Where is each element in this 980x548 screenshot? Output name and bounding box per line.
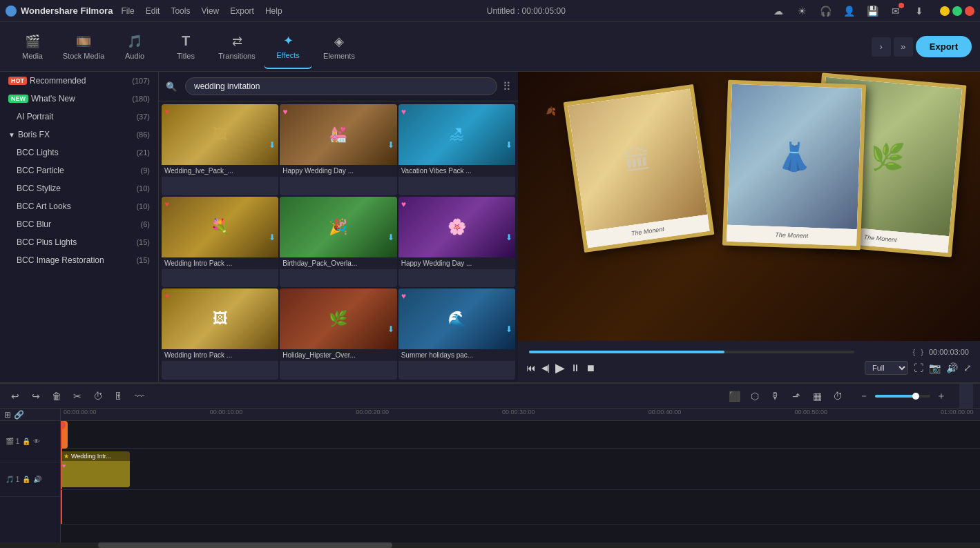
account-icon[interactable]: 👤	[840, 3, 857, 19]
headset-icon[interactable]: 🎧	[817, 3, 834, 19]
delete-button[interactable]: 🗑	[48, 388, 65, 404]
whats-new-label: What's New	[31, 94, 132, 104]
timeline-empty	[61, 525, 980, 542]
redo-button[interactable]: ↪	[28, 388, 44, 404]
volume-button[interactable]: 🔊	[946, 362, 958, 373]
horizontal-scrollbar[interactable]	[0, 542, 980, 548]
screenshot-button[interactable]: 📷	[929, 362, 941, 373]
color-board-button[interactable]: ⬛	[726, 388, 742, 404]
mail-icon[interactable]: ✉	[887, 3, 904, 19]
zoom-out-button[interactable]: －	[856, 388, 872, 404]
zoom-in-button[interactable]: ＋	[933, 388, 950, 404]
effect-item-9[interactable]: ♥ 🌊 ⬇ Summer holidays pac...	[398, 288, 515, 380]
menu-help[interactable]: Help	[265, 6, 282, 16]
minimize-button[interactable]	[940, 6, 950, 16]
auto-caption-button[interactable]: ⬏	[788, 388, 805, 404]
cut-button[interactable]: ✂	[69, 388, 86, 404]
cloud-icon[interactable]: ☁	[770, 3, 787, 19]
effect-item-7[interactable]: ♥ 🖼 Wedding Intro Pack ...	[162, 288, 278, 380]
brightness-icon[interactable]: ☀	[794, 3, 810, 19]
effect-item-2[interactable]: ♥ 💒 ⬇ Happy Wedding Day ...	[280, 104, 396, 195]
effect-label-3: Vacation Vibes Pack ...	[398, 165, 515, 177]
voiceover-button[interactable]: 🎙	[767, 388, 784, 404]
audio-mix-button[interactable]: 🎚	[111, 388, 127, 404]
effect-item-1[interactable]: ♥ 🖼 ⬇ Wedding_Ive_Pack_...	[162, 104, 278, 195]
maximize-button[interactable]	[952, 6, 962, 16]
zoom-select[interactable]: Full 50% 75% 100%	[865, 361, 908, 375]
rewind-button[interactable]: ⏮	[526, 362, 536, 373]
effect-item-4[interactable]: ♥ 💐 ⬇ Wedding Intro Pack ...	[162, 197, 278, 288]
sidebar-item-bcc-blur[interactable]: BCC Blur (6)	[0, 215, 158, 233]
toolbar-stock-media[interactable]: 🎞️ Stock Media	[59, 25, 108, 69]
download-icon[interactable]: ⬇	[911, 3, 928, 19]
menu-file[interactable]: File	[121, 6, 134, 16]
lock-icon-audio[interactable]: 🔒	[22, 476, 30, 483]
download-icon-4[interactable]: ⬇	[269, 233, 276, 242]
sidebar-item-bcc-image-restoration[interactable]: BCC Image Restoration (15)	[0, 251, 158, 269]
download-icon-8[interactable]: ⬇	[387, 324, 394, 334]
sidebar-item-bcc-lights[interactable]: BCC Lights (21)	[0, 144, 158, 162]
link-icon[interactable]: 🔗	[14, 410, 24, 420]
toolbar-elements[interactable]: ◈ Elements	[315, 25, 363, 69]
menu-view[interactable]: View	[201, 6, 219, 16]
history-button[interactable]: ⏱	[90, 388, 106, 404]
progress-bar[interactable]	[529, 351, 854, 353]
video-clip-wedding-intro[interactable]: ★ Wedding Intr... ♥	[61, 451, 130, 487]
sidebar-item-whats-new[interactable]: NEW What's New (180)	[0, 90, 158, 108]
download-icon-5[interactable]: ⬇	[387, 233, 394, 242]
toolbar-audio[interactable]: 🎵 Audio	[111, 25, 159, 69]
download-icon-3[interactable]: ⬇	[506, 140, 512, 150]
download-icon-1[interactable]: ⬇	[269, 140, 276, 150]
search-input[interactable]	[185, 77, 497, 95]
toolbar-media[interactable]: 🎬 Media	[8, 25, 57, 69]
speed-button[interactable]: ⏱	[829, 388, 846, 404]
pause-button[interactable]: ⏸	[570, 362, 580, 373]
menu-edit[interactable]: Edit	[146, 6, 160, 16]
ruler-50: 00:00:50:00	[794, 409, 827, 415]
effect-item-6[interactable]: ♥ 🌸 ⬇ Happy Wedding Day ...	[398, 197, 515, 288]
lock-icon-video[interactable]: 🔒	[22, 438, 30, 445]
scrollbar-thumb[interactable]	[98, 542, 392, 548]
effect-item-5[interactable]: 🎉 ⬇ Birthday_Pack_Overla...	[280, 197, 396, 288]
toolbar-transitions[interactable]: ⇄ Transitions	[213, 25, 261, 69]
sidebar-item-bcc-plus-lights[interactable]: BCC Plus Lights (15)	[0, 233, 158, 251]
download-icon-9[interactable]: ⬇	[506, 324, 512, 334]
eye-icon-video[interactable]: 👁	[33, 438, 40, 445]
mosaic-button[interactable]: ▦	[809, 388, 825, 404]
sidebar-item-boris-fx[interactable]: ▼ Boris FX (86)	[0, 126, 158, 144]
mask-button[interactable]: ⬡	[747, 388, 763, 404]
fullscreen-button[interactable]: ⤢	[963, 362, 972, 373]
recommended-label: Recommended	[30, 76, 132, 86]
menu-tools[interactable]: Tools	[171, 6, 190, 16]
grid-options-icon[interactable]: ⠿	[503, 80, 511, 93]
play-button[interactable]: ▶	[555, 360, 565, 375]
effect-item-3[interactable]: ♥ 🏖 ⬇ Vacation Vibes Pack ...	[398, 104, 515, 195]
effect-item-8[interactable]: 🌿 ⬇ Holiday_Hipster_Over...	[280, 288, 396, 380]
arrow-right-button[interactable]: »	[894, 37, 913, 57]
fit-screen-button[interactable]: ⛶	[914, 362, 923, 373]
arrow-left-button[interactable]: ›	[872, 37, 891, 57]
sidebar-item-bcc-stylize[interactable]: BCC Stylize (10)	[0, 179, 158, 197]
zoom-slider[interactable]	[875, 395, 930, 398]
mute-icon-audio[interactable]: 🔊	[33, 476, 41, 483]
export-button[interactable]: Export	[916, 36, 972, 57]
sidebar-item-bcc-art-looks[interactable]: BCC Art Looks (10)	[0, 197, 158, 215]
waveform-button[interactable]: 〰	[131, 388, 148, 404]
download-icon-2[interactable]: ⬇	[387, 140, 394, 150]
menu-export[interactable]: Export	[230, 6, 254, 16]
toolbar-titles[interactable]: T Titles	[162, 25, 210, 69]
zoom-thumb[interactable]	[912, 393, 919, 400]
close-button[interactable]	[965, 6, 974, 16]
effects-grid: ♥ 🖼 ⬇ Wedding_Ive_Pack_... ♥ 💒 ⬇ Happy W…	[159, 101, 518, 382]
sidebar-item-recommended[interactable]: HOT Recommended (107)	[0, 72, 158, 90]
download-icon-6[interactable]: ⬇	[506, 233, 512, 242]
sidebar-item-bcc-particle[interactable]: BCC Particle (9)	[0, 162, 158, 179]
prev-frame-button[interactable]: ◀|	[541, 363, 550, 373]
stop-button[interactable]: ⏹	[586, 362, 595, 373]
sidebar-item-ai-portrait[interactable]: AI Portrait (37)	[0, 108, 158, 126]
main-content: HOT Recommended (107) NEW What's New (18…	[0, 72, 980, 382]
snap-icon[interactable]: ⊞	[4, 410, 11, 420]
undo-button[interactable]: ↩	[7, 388, 23, 404]
toolbar-effects[interactable]: ✦ Effects	[264, 25, 312, 69]
save-icon[interactable]: 💾	[864, 3, 881, 19]
